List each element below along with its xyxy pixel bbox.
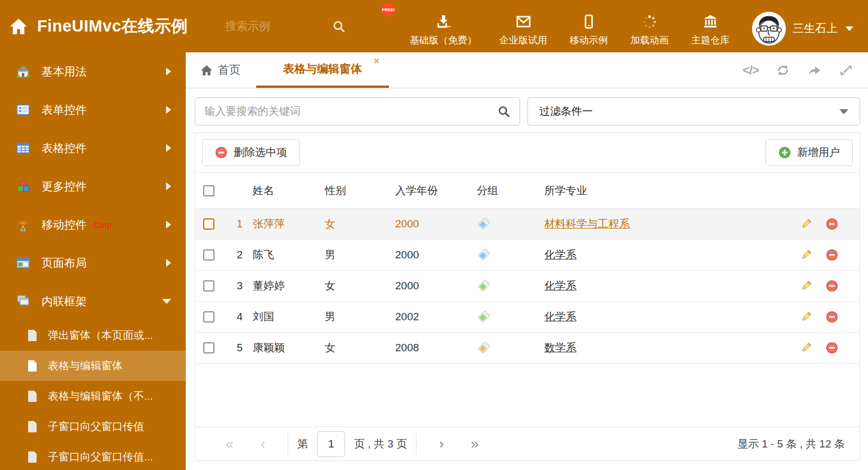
sidebar-item-iframe[interactable]: 内联框架 — [0, 282, 186, 320]
sidebar-item-label: 更多控件 — [42, 179, 87, 194]
nav-item-mobile-demo[interactable]: 移动示例 — [570, 6, 608, 47]
refresh-icon[interactable] — [776, 63, 790, 78]
sidebar-item-form-controls[interactable]: 表单控件 — [0, 91, 186, 129]
sidebar-subitem-label: 弹出窗体（本页面或... — [48, 328, 153, 343]
chevron-right-icon — [166, 144, 171, 152]
row-number: 4 — [222, 311, 243, 323]
table-row[interactable]: 2 陈飞 男 2000 化学系 — [195, 240, 860, 271]
sidebar-item-label: 内联框架 — [42, 294, 87, 309]
keyword-search-box[interactable] — [195, 97, 520, 126]
sidebar-item-grid-controls[interactable]: 表格控件 — [0, 129, 186, 167]
delete-selected-button[interactable]: 删除选中项 — [202, 139, 300, 166]
first-page-button[interactable]: « — [226, 437, 234, 451]
sidebar-item-more-controls[interactable]: 更多控件 — [0, 167, 186, 205]
search-icon[interactable] — [497, 105, 511, 118]
keyword-search-input[interactable] — [204, 105, 497, 118]
chevron-right-icon — [166, 106, 171, 114]
sidebar-item-mobile-controls[interactable]: 移动控件 Corp. — [0, 205, 186, 244]
delete-icon[interactable] — [826, 342, 838, 354]
row-number: 2 — [222, 249, 243, 261]
nav-item-theme-repo[interactable]: 主题仓库 — [691, 6, 730, 47]
tab-home[interactable]: 首页 — [186, 52, 256, 88]
column-header-gender[interactable]: 性别 — [316, 183, 386, 198]
page-icon — [26, 390, 38, 403]
nav-label: 加载动画 — [630, 34, 669, 47]
page-icon — [26, 329, 38, 342]
sidebar-item-label: 表单控件 — [42, 102, 87, 118]
page-number-input[interactable] — [317, 431, 345, 457]
next-page-button[interactable]: › — [439, 437, 444, 451]
prev-page-button[interactable]: ‹ — [261, 437, 265, 451]
table-row[interactable]: 4 刘国 男 2002 化学系 — [195, 302, 860, 333]
nav-item-loading-animation[interactable]: 加载动画 — [630, 6, 669, 47]
divider — [416, 433, 417, 455]
select-all-checkbox[interactable] — [203, 185, 214, 196]
nav-item-enterprise-trial[interactable]: 企业版试用 — [499, 6, 547, 47]
cell-gender: 女 — [316, 341, 386, 355]
search-icon[interactable] — [332, 19, 346, 34]
cell-gender: 女 — [316, 279, 386, 293]
nav-item-basic-free[interactable]: FREE! 基础版（免费） — [410, 6, 477, 47]
share-icon[interactable] — [807, 63, 822, 78]
cubes-icon — [16, 179, 30, 194]
major-link[interactable]: 数学系 — [544, 342, 576, 353]
sidebar: 基本用法 表单控件 表格控件 更多控件 移动控件 Corp. — [0, 52, 186, 470]
expand-icon[interactable] — [839, 63, 853, 78]
sidebar-item-label: 页面布局 — [42, 256, 87, 271]
column-header-year[interactable]: 入学年份 — [386, 183, 468, 198]
delete-icon[interactable] — [826, 249, 838, 261]
column-header-name[interactable]: 姓名 — [243, 183, 316, 198]
edit-icon[interactable] — [800, 311, 812, 323]
last-page-button[interactable]: » — [471, 437, 479, 451]
sidebar-subitem-popup-window[interactable]: 弹出窗体（本页面或... — [0, 320, 186, 351]
sidebar-subitem-grid-edit-window[interactable]: 表格与编辑窗体 — [0, 351, 186, 381]
cell-name: 刘国 — [243, 310, 316, 324]
row-checkbox[interactable] — [203, 280, 214, 292]
major-link[interactable]: 化学系 — [544, 249, 576, 261]
row-checkbox[interactable] — [203, 311, 214, 323]
tag-icon — [477, 217, 490, 231]
edit-icon[interactable] — [800, 218, 812, 230]
divider — [288, 433, 288, 455]
edit-icon[interactable] — [800, 342, 812, 354]
edit-icon[interactable] — [800, 280, 812, 292]
sidebar-subitem-child-to-parent[interactable]: 子窗口向父窗口传值 — [0, 411, 186, 442]
filter-dropdown[interactable]: 过滤条件一 — [527, 97, 860, 126]
sidebar-subitem-child-to-parent-2[interactable]: 子窗口向父窗口传值... — [0, 442, 186, 470]
header-search[interactable]: 搜索示例 — [225, 19, 346, 34]
row-checkbox[interactable] — [203, 342, 214, 353]
free-badge: FREE! — [373, 2, 404, 17]
sidebar-item-page-layout[interactable]: 页面布局 — [0, 244, 186, 282]
delete-icon[interactable] — [826, 218, 838, 230]
tab-grid-edit-window[interactable]: 表格与编辑窗体 × — [256, 52, 389, 88]
tag-icon — [477, 310, 490, 324]
column-header-major[interactable]: 所学专业 — [535, 183, 775, 198]
major-link[interactable]: 化学系 — [544, 311, 576, 323]
page-icon — [26, 420, 38, 433]
table-row[interactable]: 3 董婷婷 女 2000 化学系 — [195, 271, 860, 302]
table-icon — [16, 141, 30, 155]
column-header-group[interactable]: 分组 — [468, 183, 535, 198]
delete-icon[interactable] — [826, 280, 838, 292]
pagination-bar: « ‹ 第 页 , 共 3 页 › » 显示 1 - 5 条 , 共 12 条 — [195, 427, 860, 460]
close-icon[interactable]: × — [374, 56, 379, 66]
sidebar-item-basic-usage[interactable]: 基本用法 — [0, 52, 186, 91]
row-checkbox[interactable] — [203, 218, 214, 230]
view-source-icon[interactable]: </> — [742, 63, 759, 78]
table-row[interactable]: 5 康颖颖 女 2008 数学系 — [195, 333, 860, 364]
chevron-down-icon — [839, 109, 848, 114]
row-number: 5 — [222, 342, 243, 354]
row-checkbox[interactable] — [203, 249, 214, 261]
grid-empty-area — [195, 364, 860, 427]
delete-icon[interactable] — [826, 311, 838, 323]
header-search-placeholder: 搜索示例 — [225, 19, 332, 34]
sidebar-subitem-grid-edit-window-2[interactable]: 表格与编辑窗体（不... — [0, 381, 186, 411]
major-link[interactable]: 化学系 — [544, 280, 576, 292]
major-link[interactable]: 材料科学与工程系 — [544, 218, 630, 230]
top-header: FineUIMvc在线示例 搜索示例 FREE! 基础版（免费） 企业版试用 移… — [0, 0, 868, 52]
table-row[interactable]: 1 张萍萍 女 2000 材料科学与工程系 — [195, 209, 860, 240]
edit-icon[interactable] — [800, 249, 812, 261]
add-user-button[interactable]: 新增用户 — [766, 139, 853, 166]
home-icon — [200, 65, 213, 76]
user-menu[interactable]: 三生石上 — [752, 6, 853, 46]
